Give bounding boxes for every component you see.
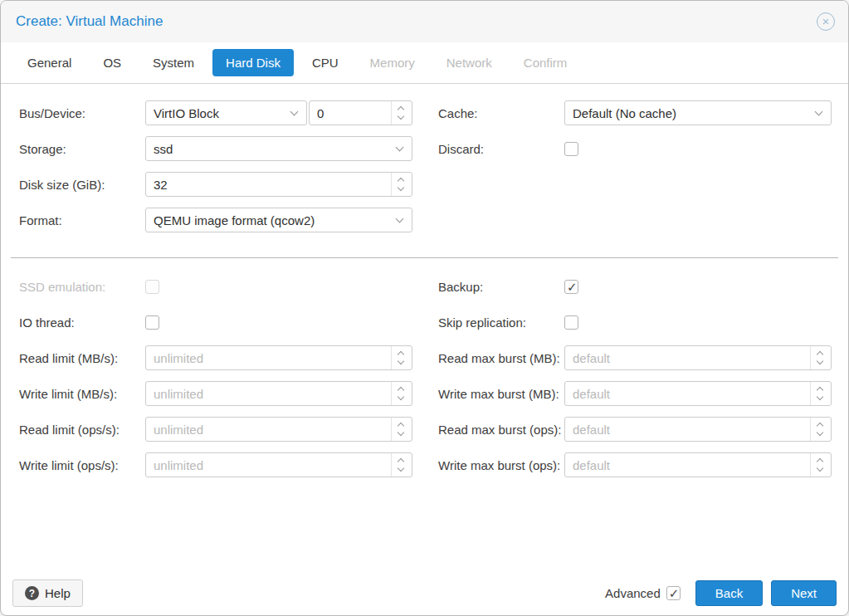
spinner-buttons[interactable] — [391, 453, 410, 477]
storage-value: ssd — [154, 142, 392, 156]
read-max-burst-ops-label: Read max burst (ops): — [438, 423, 564, 437]
skip-replication-label: Skip replication: — [438, 315, 564, 330]
write-max-burst-ops-label: Write max burst (ops): — [438, 458, 564, 472]
read-max-burst-ops-placeholder: default — [573, 423, 805, 437]
discard-label: Discard: — [438, 142, 564, 156]
spinner-down-icon[interactable] — [398, 394, 404, 400]
spinner-down-icon[interactable] — [817, 465, 823, 472]
top-section: Bus/Device: VirtIO Block 0 Storage: ssd — [19, 100, 832, 243]
write-limit-ops-spinner[interactable]: unlimited — [145, 452, 412, 477]
storage-label: Storage: — [19, 142, 145, 156]
discard-checkbox[interactable] — [564, 142, 578, 156]
disk-size-spinner[interactable]: 32 — [145, 172, 412, 197]
dialog-title: Create: Virtual Machine — [16, 13, 163, 30]
write-limit-ops-label: Write limit (ops/s): — [19, 458, 145, 472]
read-limit-ops-spinner[interactable]: unlimited — [145, 417, 412, 442]
cache-select[interactable]: Default (No cache) — [564, 100, 832, 125]
write-max-burst-mb-row: Write max burst (MB): default — [438, 381, 832, 406]
tab-general[interactable]: General — [14, 49, 85, 76]
spinner-down-icon[interactable] — [398, 113, 404, 120]
footer-actions: Advanced Back Next — [605, 580, 837, 606]
close-icon[interactable]: × — [817, 12, 835, 31]
bus-device-row: Bus/Device: VirtIO Block 0 — [19, 100, 412, 125]
create-vm-dialog: Create: Virtual Machine × General OS Sys… — [0, 0, 849, 616]
spinner-down-icon[interactable] — [398, 184, 404, 191]
format-value: QEMU image format (qcow2) — [154, 213, 392, 227]
ssd-emulation-checkbox — [145, 280, 159, 294]
bus-device-select[interactable]: VirtIO Block — [145, 100, 307, 125]
skip-replication-checkbox[interactable] — [564, 315, 578, 330]
bus-device-label: Bus/Device: — [19, 106, 145, 120]
spinner-buttons[interactable] — [391, 346, 410, 369]
write-limit-mb-row: Write limit (MB/s): unlimited — [19, 381, 412, 406]
backup-label: Backup: — [438, 280, 564, 294]
format-select[interactable]: QEMU image format (qcow2) — [145, 208, 412, 232]
help-button-label: Help — [45, 586, 71, 600]
spinner-buttons[interactable] — [391, 101, 410, 125]
backup-checkbox[interactable] — [564, 280, 578, 294]
read-limit-ops-label: Read limit (ops/s): — [19, 423, 145, 437]
next-button[interactable]: Next — [771, 580, 837, 606]
write-limit-mb-placeholder: unlimited — [154, 387, 386, 401]
advanced-section-divider — [11, 257, 838, 258]
advanced-section: SSD emulation: IO thread: Read limit (MB… — [19, 274, 832, 488]
dialog-footer: ? Help Advanced Back Next — [1, 576, 848, 615]
spinner-down-icon[interactable] — [398, 465, 404, 472]
chevron-down-icon[interactable] — [815, 107, 823, 115]
bus-index-spinner[interactable]: 0 — [309, 100, 412, 125]
spinner-buttons[interactable] — [810, 453, 829, 477]
spinner-down-icon[interactable] — [398, 358, 404, 364]
spinner-buttons[interactable] — [391, 382, 410, 405]
read-max-burst-mb-spinner[interactable]: default — [564, 345, 832, 370]
skip-replication-row: Skip replication: — [438, 310, 832, 335]
spinner-down-icon[interactable] — [817, 394, 823, 400]
spinner-buttons[interactable] — [810, 346, 829, 369]
storage-row: Storage: ssd — [19, 136, 412, 161]
spinner-buttons[interactable] — [810, 418, 829, 441]
advanced-left-column: SSD emulation: IO thread: Read limit (MB… — [19, 274, 412, 488]
disk-size-row: Disk size (GiB): 32 — [19, 172, 412, 197]
top-right-column: Cache: Default (No cache) Discard: — [438, 100, 832, 243]
disk-size-value: 32 — [154, 178, 386, 192]
tab-os[interactable]: OS — [90, 49, 134, 76]
spinner-buttons[interactable] — [391, 418, 410, 441]
write-max-burst-mb-placeholder: default — [573, 387, 805, 401]
ssd-emulation-label: SSD emulation: — [19, 280, 145, 294]
chevron-down-icon[interactable] — [396, 143, 404, 151]
help-button[interactable]: ? Help — [12, 579, 83, 607]
spinner-down-icon[interactable] — [817, 429, 823, 436]
io-thread-row: IO thread: — [19, 310, 412, 335]
spinner-buttons[interactable] — [391, 173, 410, 196]
spinner-down-icon[interactable] — [398, 429, 404, 436]
tab-cpu[interactable]: CPU — [299, 49, 352, 76]
chevron-down-icon[interactable] — [290, 107, 299, 115]
write-max-burst-mb-spinner[interactable]: default — [564, 381, 832, 406]
back-button[interactable]: Back — [695, 580, 763, 606]
cache-value: Default (No cache) — [573, 106, 811, 120]
tab-hard-disk[interactable]: Hard Disk — [212, 49, 294, 76]
write-limit-mb-spinner[interactable]: unlimited — [145, 381, 412, 406]
cache-label: Cache: — [438, 106, 564, 120]
read-max-burst-mb-row: Read max burst (MB): default — [438, 345, 832, 370]
tab-network: Network — [433, 49, 505, 76]
spinner-buttons[interactable] — [810, 382, 829, 405]
format-label: Format: — [19, 213, 145, 227]
tab-confirm: Confirm — [510, 49, 581, 76]
write-max-burst-ops-spinner[interactable]: default — [564, 452, 832, 477]
read-max-burst-ops-spinner[interactable]: default — [564, 417, 832, 442]
spinner-down-icon[interactable] — [817, 358, 823, 364]
advanced-checkbox[interactable] — [666, 586, 681, 600]
read-limit-mb-spinner[interactable]: unlimited — [145, 345, 412, 370]
chevron-down-icon[interactable] — [396, 214, 404, 222]
backup-row: Backup: — [438, 274, 832, 299]
wizard-tabbar: General OS System Hard Disk CPU Memory N… — [1, 42, 848, 84]
dialog-header: Create: Virtual Machine × — [1, 1, 848, 42]
write-max-burst-mb-label: Write max burst (MB): — [438, 387, 564, 401]
advanced-label: Advanced — [605, 586, 661, 600]
write-limit-ops-row: Write limit (ops/s): unlimited — [19, 452, 412, 477]
read-max-burst-mb-label: Read max burst (MB): — [438, 351, 564, 365]
help-icon: ? — [25, 586, 39, 600]
storage-select[interactable]: ssd — [145, 136, 412, 161]
io-thread-checkbox[interactable] — [145, 315, 159, 330]
tab-system[interactable]: System — [139, 49, 207, 76]
